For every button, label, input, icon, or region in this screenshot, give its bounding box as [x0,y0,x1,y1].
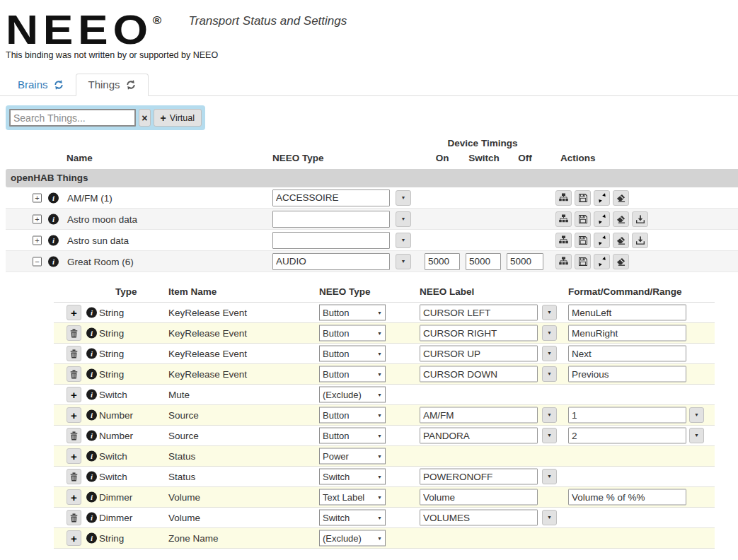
neeo-type-input[interactable] [272,232,390,249]
neeo-type-input[interactable] [272,189,390,206]
info-icon[interactable]: i [48,192,59,203]
delete-channel-button[interactable] [67,428,81,443]
sitemap-button[interactable] [555,233,572,248]
neeo-label-dropdown-button[interactable]: ▼ [542,469,557,484]
info-icon[interactable]: i [86,410,97,421]
neeo-label-input[interactable] [420,325,538,342]
save-button[interactable] [575,190,591,206]
timing-off-input[interactable] [507,253,543,270]
download-button[interactable] [632,211,648,227]
neeo-type-input[interactable] [272,211,390,228]
info-icon[interactable]: i [48,214,59,224]
sitemap-button[interactable] [555,254,572,269]
tab-brains[interactable]: Brains [6,74,76,95]
add-channel-button[interactable]: + [67,530,81,546]
format-input[interactable] [568,325,686,342]
neeo-label-input[interactable] [420,489,538,506]
neeo-type-select[interactable]: Button▼ [319,305,386,321]
add-channel-button[interactable]: + [67,387,81,402]
save-button[interactable] [575,254,591,269]
add-channel-button[interactable]: + [67,407,81,423]
refresh-icon[interactable] [54,80,64,90]
format-input[interactable] [568,305,686,321]
sitemap-button[interactable] [555,211,572,227]
neeo-label-input[interactable] [420,407,538,424]
info-icon[interactable]: i [86,369,97,380]
info-icon[interactable]: i [86,328,97,339]
expand-button[interactable]: + [33,193,42,202]
neeo-type-select[interactable]: (Exclude)▼ [319,530,386,547]
neeo-type-select[interactable]: Button▼ [319,428,386,444]
info-icon[interactable]: i [48,235,59,245]
neeo-type-dropdown-button[interactable]: ▼ [396,254,411,269]
refresh-button[interactable] [594,190,610,206]
timing-on-input[interactable] [425,253,460,270]
format-input[interactable] [568,346,686,362]
info-icon[interactable]: i [86,472,97,482]
neeo-type-dropdown-button[interactable]: ▼ [396,211,411,227]
eraser-button[interactable] [613,190,629,206]
neeo-type-select[interactable]: (Exclude)▼ [319,387,386,403]
save-button[interactable] [575,233,591,248]
delete-channel-button[interactable] [67,325,81,341]
neeo-label-input[interactable] [420,510,538,526]
neeo-label-input[interactable] [420,346,538,362]
format-input[interactable] [568,428,686,444]
info-icon[interactable]: i [48,256,59,267]
search-input[interactable] [9,109,136,127]
refresh-icon[interactable] [126,80,136,90]
collapse-button[interactable]: − [33,257,42,266]
neeo-label-input[interactable] [420,366,538,383]
neeo-label-input[interactable] [420,305,538,321]
info-icon[interactable]: i [86,513,97,523]
add-channel-button[interactable]: + [67,489,81,505]
tab-things[interactable]: Things [76,74,149,96]
timing-switch-input[interactable] [466,253,501,270]
neeo-type-select[interactable]: Text Label▼ [319,489,386,506]
expand-button[interactable]: + [33,214,42,223]
refresh-button[interactable] [594,233,610,248]
eraser-button[interactable] [613,233,629,248]
format-input[interactable] [568,407,686,424]
neeo-label-dropdown-button[interactable]: ▼ [542,325,557,341]
neeo-label-dropdown-button[interactable]: ▼ [542,366,557,382]
info-icon[interactable]: i [86,451,97,462]
format-dropdown-button[interactable]: ▼ [689,428,704,443]
neeo-type-input[interactable] [272,253,390,270]
add-channel-button[interactable]: + [67,305,81,320]
neeo-label-dropdown-button[interactable]: ▼ [542,510,557,525]
neeo-label-dropdown-button[interactable]: ▼ [542,428,557,443]
clear-search-button[interactable]: × [139,109,151,127]
neeo-label-input[interactable] [420,428,538,444]
add-virtual-button[interactable]: + Virtual [154,109,202,127]
delete-channel-button[interactable] [67,510,81,525]
save-button[interactable] [575,211,591,227]
delete-channel-button[interactable] [67,346,81,361]
neeo-type-select[interactable]: Button▼ [319,346,386,362]
refresh-button[interactable] [594,254,610,269]
format-input[interactable] [568,489,686,506]
neeo-label-dropdown-button[interactable]: ▼ [542,305,557,320]
neeo-type-dropdown-button[interactable]: ▼ [396,190,411,206]
download-button[interactable] [632,233,648,248]
neeo-type-select[interactable]: Switch▼ [319,510,386,526]
delete-channel-button[interactable] [67,366,81,382]
neeo-type-select[interactable]: Power▼ [319,448,386,465]
add-channel-button[interactable]: + [67,448,81,464]
eraser-button[interactable] [613,254,629,269]
neeo-label-dropdown-button[interactable]: ▼ [542,346,557,361]
sitemap-button[interactable] [555,190,572,206]
neeo-type-dropdown-button[interactable]: ▼ [396,233,411,248]
neeo-label-input[interactable] [420,469,538,485]
format-dropdown-button[interactable]: ▼ [689,407,704,423]
format-input[interactable] [568,366,686,383]
neeo-type-select[interactable]: Button▼ [319,366,386,383]
refresh-button[interactable] [594,211,610,227]
delete-channel-button[interactable] [67,469,81,484]
info-icon[interactable]: i [86,431,97,441]
info-icon[interactable]: i [86,390,97,400]
info-icon[interactable]: i [86,308,97,318]
info-icon[interactable]: i [86,492,97,503]
info-icon[interactable]: i [86,533,97,544]
neeo-label-dropdown-button[interactable]: ▼ [542,407,557,423]
